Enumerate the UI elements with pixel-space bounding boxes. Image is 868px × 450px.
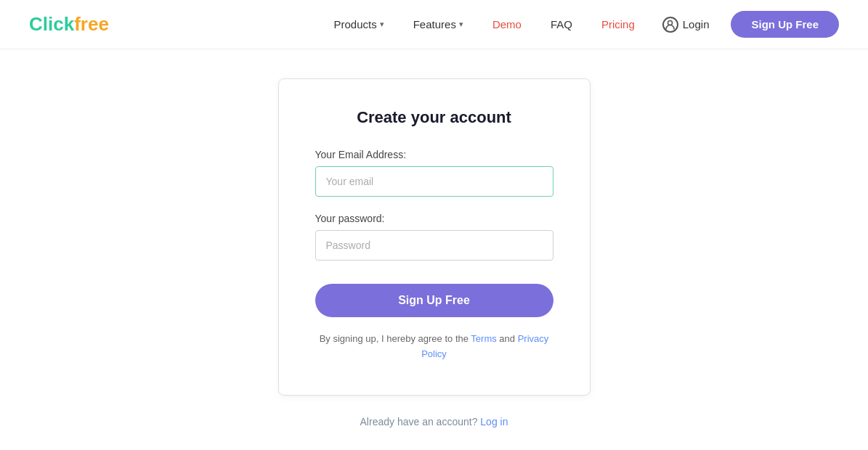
- password-input[interactable]: [315, 230, 553, 261]
- email-label: Your Email Address:: [315, 149, 553, 160]
- main-content: Create your account Your Email Address: …: [0, 49, 868, 450]
- chevron-down-icon: ▾: [380, 20, 384, 29]
- user-icon: [662, 17, 678, 33]
- signup-card: Create your account Your Email Address: …: [278, 78, 591, 396]
- nav-products[interactable]: Products ▾: [322, 12, 395, 36]
- signup-header-button[interactable]: Sign Up Free: [731, 11, 839, 38]
- logo[interactable]: Clickfree: [29, 13, 109, 36]
- card-title: Create your account: [315, 108, 553, 127]
- already-label: Already have an account?: [360, 416, 478, 428]
- password-group: Your password:: [315, 213, 553, 261]
- login-area[interactable]: Login: [652, 11, 720, 38]
- signup-main-button[interactable]: Sign Up Free: [315, 284, 553, 317]
- login-label: Login: [683, 18, 710, 30]
- chevron-down-icon: ▾: [459, 20, 463, 29]
- logo-click: Click: [29, 13, 74, 36]
- nav-pricing[interactable]: Pricing: [590, 12, 646, 36]
- header: Clickfree Products ▾ Features ▾ Demo FAQ…: [0, 0, 868, 49]
- already-account-text: Already have an account? Log in: [360, 416, 508, 428]
- svg-point-0: [668, 20, 673, 25]
- terms-link[interactable]: Terms: [471, 333, 496, 344]
- nav-faq[interactable]: FAQ: [539, 12, 584, 36]
- email-input[interactable]: [315, 166, 553, 197]
- nav-features[interactable]: Features ▾: [402, 12, 475, 36]
- nav-demo[interactable]: Demo: [481, 12, 533, 36]
- terms-before: By signing up, I hereby agree to the: [320, 333, 471, 344]
- terms-and: and: [499, 333, 517, 344]
- email-group: Your Email Address:: [315, 149, 553, 197]
- terms-text: By signing up, I hereby agree to the Ter…: [315, 332, 553, 362]
- main-nav: Products ▾ Features ▾ Demo FAQ Pricing L…: [322, 11, 839, 38]
- password-label: Your password:: [315, 213, 553, 224]
- logo-free: free: [74, 13, 109, 36]
- login-link[interactable]: Log in: [480, 416, 508, 428]
